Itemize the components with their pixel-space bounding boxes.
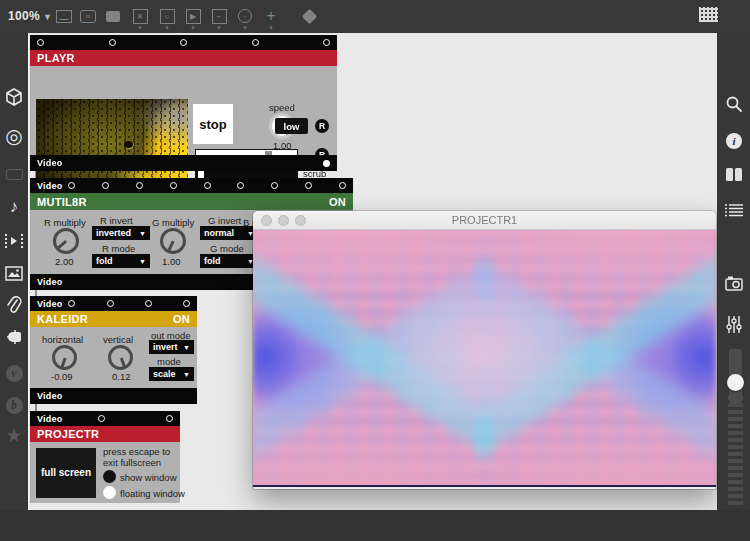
mutil8r-header[interactable]: MUTIL8R ON bbox=[30, 193, 353, 210]
fullscreen-button[interactable]: full screen bbox=[36, 448, 96, 498]
message-box-icon[interactable]: m bbox=[79, 7, 97, 25]
vertical-value: 0.12 bbox=[112, 371, 131, 382]
inlet[interactable] bbox=[68, 182, 75, 189]
kaleidr-on-badge[interactable]: ON bbox=[173, 313, 190, 325]
dial-icon[interactable]: ◦ bbox=[236, 7, 254, 25]
out-mode-menu[interactable]: invert▼ bbox=[149, 340, 194, 354]
mode-menu[interactable]: scale▼ bbox=[149, 367, 194, 381]
left-sidebar: ◎ ♪ v b ★ bbox=[0, 33, 28, 510]
horizontal-knob[interactable] bbox=[52, 345, 77, 370]
g-invert-menu[interactable]: normal▼ bbox=[200, 226, 258, 240]
show-window-radio[interactable] bbox=[103, 470, 116, 483]
snapshot-camera-icon[interactable] bbox=[718, 276, 750, 295]
toggle-icon[interactable]: ✕ bbox=[131, 7, 149, 25]
playr-rate-button[interactable]: low bbox=[275, 118, 308, 134]
inlet[interactable] bbox=[305, 182, 312, 189]
close-window-button[interactable] bbox=[261, 215, 272, 226]
kaleidoscope-right-half bbox=[475, 230, 716, 487]
console-list-icon[interactable] bbox=[718, 203, 750, 221]
inlet[interactable] bbox=[102, 182, 109, 189]
object-browser-grid-icon[interactable] bbox=[699, 7, 718, 22]
kaleidr-header[interactable]: KALEIDR ON bbox=[30, 311, 197, 327]
g-multiply-knob[interactable] bbox=[160, 228, 186, 254]
inlet[interactable] bbox=[109, 39, 116, 46]
reference-icon[interactable] bbox=[718, 167, 750, 185]
playr-outlet-strip: Video bbox=[30, 155, 337, 171]
plug-icon[interactable] bbox=[0, 329, 28, 349]
mode-label: mode bbox=[157, 356, 181, 367]
inlet[interactable] bbox=[136, 182, 143, 189]
floating-window-label: floating window bbox=[120, 488, 185, 499]
inlet[interactable] bbox=[237, 182, 244, 189]
playr-inlet-strip bbox=[30, 35, 337, 50]
inlet[interactable] bbox=[339, 182, 346, 189]
r-multiply-knob[interactable] bbox=[53, 228, 79, 254]
master-volume-knob[interactable] bbox=[727, 374, 744, 391]
chevron-down-icon: ▼ bbox=[262, 25, 280, 31]
mutil8r-out-port-label: Video bbox=[37, 277, 62, 287]
image-icon[interactable] bbox=[0, 266, 28, 285]
minimize-window-button[interactable] bbox=[278, 215, 289, 226]
inlet[interactable] bbox=[166, 415, 173, 422]
inlet[interactable] bbox=[145, 300, 152, 307]
inlet[interactable] bbox=[68, 300, 75, 307]
projectr-module[interactable]: Video PROJECTR full screen press escape … bbox=[30, 411, 180, 503]
g-mode-menu[interactable]: fold▼ bbox=[200, 254, 258, 268]
chevron-down-icon: ▼ bbox=[158, 25, 176, 31]
playr-reset-button[interactable]: R bbox=[315, 119, 329, 133]
info-icon[interactable]: i bbox=[718, 131, 750, 149]
star-icon[interactable]: ★ bbox=[0, 426, 28, 445]
g-multiply-value: 1.00 bbox=[162, 256, 181, 267]
add-object-icon[interactable]: + bbox=[262, 7, 280, 25]
inlet[interactable] bbox=[183, 300, 190, 307]
mutil8r-in-port-label: Video bbox=[37, 181, 62, 191]
chevron-down-icon: ▼ bbox=[236, 25, 254, 31]
mutil8r-on-badge[interactable]: ON bbox=[329, 196, 346, 208]
zoom-level-control[interactable]: 100%▼ bbox=[8, 9, 52, 23]
projectr-header[interactable]: PROJECTR bbox=[30, 426, 180, 442]
inlet[interactable] bbox=[204, 182, 211, 189]
kaleidr-inlet-strip: Video bbox=[30, 296, 197, 311]
vizzie-v-icon[interactable]: v bbox=[0, 363, 28, 382]
mixer-icon[interactable] bbox=[718, 316, 750, 337]
slider-object-icon[interactable]: − bbox=[210, 7, 228, 25]
zoom-level-value: 100% bbox=[8, 9, 40, 23]
object-box-icon[interactable] bbox=[55, 7, 73, 25]
search-icon[interactable] bbox=[718, 95, 750, 117]
playr-module[interactable]: PLAYR stop speed 1.00 low R R scrub Vide… bbox=[30, 35, 337, 171]
kaleidr-outlet-strip: Video bbox=[30, 388, 197, 404]
package-icon[interactable] bbox=[0, 88, 28, 110]
kaleidr-module[interactable]: Video KALEIDR ON horizontal -0.09 vertic… bbox=[30, 296, 197, 404]
vertical-knob[interactable] bbox=[108, 345, 133, 370]
playr-header[interactable]: PLAYR bbox=[30, 50, 337, 66]
inlet[interactable] bbox=[98, 415, 105, 422]
r-invert-menu[interactable]: inverted▼ bbox=[92, 226, 150, 240]
zoom-window-button[interactable] bbox=[295, 215, 306, 226]
video-clip-icon[interactable] bbox=[0, 233, 28, 253]
music-note-icon[interactable]: ♪ bbox=[0, 198, 28, 215]
inlet[interactable] bbox=[252, 39, 259, 46]
r-mode-menu[interactable]: fold▼ bbox=[92, 254, 150, 268]
playr-stop-button[interactable]: stop bbox=[193, 104, 233, 144]
inlet[interactable] bbox=[323, 39, 330, 46]
inlet[interactable] bbox=[271, 182, 278, 189]
inlet[interactable] bbox=[107, 300, 114, 307]
projectr1-window[interactable]: PROJECTR1 bbox=[253, 211, 716, 489]
outlet[interactable] bbox=[323, 160, 330, 167]
chevron-down-icon: ▼ bbox=[131, 25, 149, 31]
inlet[interactable] bbox=[170, 182, 177, 189]
button-icon[interactable]: ○ bbox=[158, 7, 176, 25]
paperclip-icon[interactable] bbox=[0, 296, 28, 318]
target-icon[interactable]: ◎ bbox=[0, 126, 28, 146]
chevron-down-icon: ▼ bbox=[184, 25, 202, 31]
beap-b-icon[interactable]: b bbox=[0, 395, 28, 414]
inlet[interactable] bbox=[180, 39, 187, 46]
playbar-icon[interactable]: ▶ bbox=[184, 7, 202, 25]
floating-window-radio[interactable] bbox=[103, 486, 116, 499]
inlet[interactable] bbox=[37, 39, 44, 46]
paint-bucket-icon[interactable] bbox=[300, 7, 318, 25]
archive-icon[interactable] bbox=[0, 166, 28, 184]
projectr1-titlebar[interactable]: PROJECTR1 bbox=[253, 211, 716, 230]
comment-icon[interactable] bbox=[104, 7, 122, 25]
r-multiply-label: R multiply bbox=[44, 217, 86, 228]
